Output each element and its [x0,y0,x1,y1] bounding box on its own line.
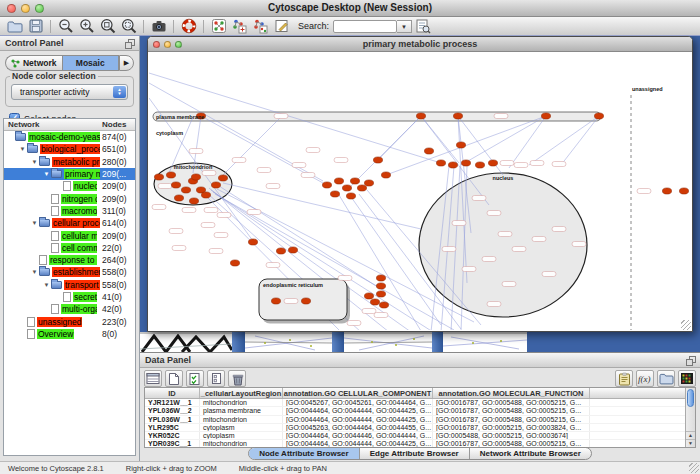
zoom-button[interactable] [35,4,44,13]
attribute-table[interactable]: ID_cellularLayoutRegionannotation.GO CEL… [144,387,696,448]
minimize-button[interactable] [21,4,30,13]
network-tree-header[interactable]: Network Nodes [4,119,135,131]
select-attributes-button[interactable] [144,370,162,387]
column-header[interactable]: annotation.GO MOLECULAR_FUNCTION [433,388,590,398]
table-row[interactable]: YKR052Ccytoplasm[GO:0044464, GO:0044446,… [145,432,695,440]
annotation-button[interactable] [271,18,292,35]
tree-row[interactable]: multi-organism pro42(0) [4,303,135,315]
copy-network-button[interactable] [229,18,250,35]
tree-row[interactable]: unassigned223(0) [4,315,135,327]
disclosure-triangle[interactable]: ▼ [30,159,39,165]
disclosure-triangle[interactable]: ▼ [30,269,39,275]
search-dropdown-button[interactable]: ▼ [397,20,412,33]
tree-row[interactable]: cell communicat22(0) [4,242,135,254]
column-header[interactable]: ID [145,388,200,398]
help-button[interactable] [178,18,199,35]
create-attribute-button[interactable] [165,370,183,387]
view-zoom-button[interactable] [175,41,182,48]
disclosure-triangle[interactable]: ▼ [42,171,51,177]
disclosure-triangle[interactable]: ▼ [42,282,51,288]
tree-row[interactable]: ▼metabolic process280(0) [4,156,135,168]
table-row[interactable]: YLR295Ccytoplasm[GO:0045263, GO:0044464,… [145,424,695,432]
search-options-button[interactable] [412,18,433,35]
network-overview-button[interactable] [208,18,229,35]
tab-network-attribute-browser[interactable]: Network Attribute Browser [470,448,591,459]
file-icon [51,231,59,241]
attribute-editor-button[interactable] [615,370,633,387]
close-button[interactable] [7,4,16,13]
float-panel-icon[interactable] [686,356,696,369]
file-icon [27,317,35,327]
network-view-titlebar[interactable]: primary metabolic process [148,37,692,52]
zoom-selected-button[interactable] [118,18,139,35]
tree-row[interactable]: nitrogen compo209(0) [4,192,135,204]
tab-network[interactable]: Network [5,55,62,71]
zoom-out-button[interactable] [55,18,76,35]
network-desktop: primary metabolic process plasma membran… [140,36,700,461]
view-close-button[interactable] [153,41,160,48]
scrollbar-arrows[interactable]: ▲▼ [686,431,695,447]
float-panel-icon[interactable] [125,39,135,52]
zoom-in-button[interactable] [76,18,97,35]
table-scrollbar[interactable]: ▲▼ [685,388,695,447]
tree-row[interactable]: ▼cellular process614(0) [4,217,135,229]
attr-table-body: YJR121W__1mitochondrion[GO:0045267, GO:0… [145,399,695,448]
scrollbar-thumb[interactable] [687,389,694,407]
view-minimize-button[interactable] [164,41,171,48]
tree-row[interactable]: ▼establishment of lo558(0) [4,266,135,278]
node-color-select[interactable]: transporter activity ▲▼ [11,84,128,100]
folder-icon [39,268,50,276]
save-session-button[interactable] [25,18,46,35]
select-all-attributes-button[interactable] [186,370,204,387]
attribute-matrix-button[interactable] [678,370,696,387]
table-row[interactable]: YPL036W__2plasma membrane[GO:0044464, GO… [145,407,695,415]
network-canvas[interactable]: plasma membranecytoplasmmitochondrionnuc… [149,53,691,330]
tree-node-label: transport [64,280,100,290]
tab-node-attribute-browser[interactable]: Node Attribute Browser [249,448,360,459]
new-network-from-selection-button[interactable] [250,18,271,35]
table-cell: [GO:0044464, GO:0044446, GO:0044444, G..… [283,432,433,439]
table-row[interactable]: YPL036W__1mitochondrion[GO:0044464, GO:0… [145,416,695,424]
window-titlebar[interactable]: Cytoscape Desktop (New Session) [0,0,700,17]
control-panel: Control Panel Network Mosaic ▶ Node colo… [0,36,140,461]
tree-row[interactable]: cellular metabo209(0) [4,229,135,241]
tree-row[interactable]: ▼biological_process651(0) [4,143,135,155]
column-header[interactable]: _cellularLayoutRegion [200,388,283,398]
view-resize-grip[interactable] [681,320,691,330]
open-file-button[interactable] [4,18,25,35]
tree-row[interactable]: response to stimulu264(0) [4,254,135,266]
search-label: Search: [298,21,329,31]
import-attributes-button[interactable] [657,370,675,387]
search-input[interactable] [333,20,397,33]
network-view-window[interactable]: primary metabolic process plasma membran… [147,36,693,332]
disclosure-triangle[interactable]: ▼ [30,220,39,226]
table-row[interactable]: YJR121W__1mitochondrion[GO:0045267, GO:0… [145,399,695,407]
tab-mosaic[interactable]: Mosaic [62,55,120,71]
data-panel-header: Data Panel [140,353,700,368]
region-label: cytoplasm [156,130,183,136]
tree-row[interactable]: secretion41(0) [4,291,135,303]
unselect-all-attributes-button[interactable] [207,370,225,387]
snapshot-button[interactable] [148,18,169,35]
background-window-fragment [344,332,432,352]
more-tabs-button[interactable]: ▶ [119,55,134,71]
traffic-lights [7,4,44,13]
column-header[interactable]: annotation.GO CELLULAR_COMPONENT [283,388,433,398]
tree-row[interactable]: ▼primary metabo209(... [4,168,135,180]
tree-row[interactable]: mosaic-demo-yeast874(0) [4,131,135,143]
disclosure-triangle[interactable]: ▼ [18,146,27,152]
tree-row[interactable]: Overview8(0) [4,328,135,340]
zoom-fit-button[interactable] [97,18,118,35]
file-icon [27,329,35,339]
tree-row[interactable]: nucleobase-209(0) [4,180,135,192]
formula-builder-button[interactable]: f(x) [636,370,654,387]
tree-row[interactable]: macromolecule311(0) [4,205,135,217]
tree-row[interactable]: ▼transport558(0) [4,279,135,291]
delete-attribute-button[interactable] [228,370,246,387]
app-resize-grip[interactable] [689,463,699,473]
tab-edge-attribute-browser[interactable]: Edge Attribute Browser [360,448,470,459]
network-overview-icon [211,18,227,34]
file-icon [51,304,59,314]
table-cell: [GO:0045263, GO:0044464, GO:0044455, G..… [283,424,433,431]
tree-node-label: cellular process [52,218,100,228]
